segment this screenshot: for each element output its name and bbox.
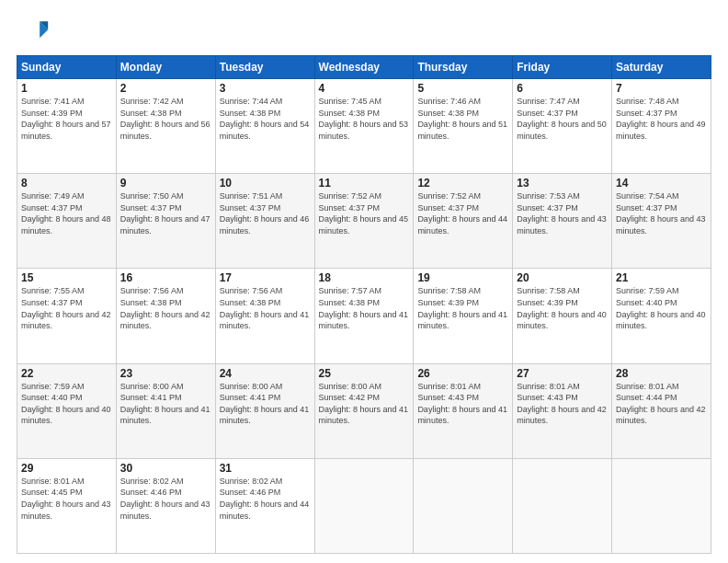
calendar-day-header: Thursday	[414, 56, 513, 79]
day-number: 17	[220, 271, 311, 284]
calendar-cell: 28 Sunrise: 8:01 AMSunset: 4:44 PMDaylig…	[612, 363, 711, 458]
page: SundayMondayTuesdayWednesdayThursdayFrid…	[0, 0, 728, 563]
day-number: 11	[319, 177, 410, 190]
day-info: Sunrise: 8:00 AMSunset: 4:42 PMDaylight:…	[319, 382, 409, 426]
day-number: 9	[120, 177, 211, 190]
day-number: 21	[616, 271, 707, 284]
day-info: Sunrise: 7:44 AMSunset: 4:38 PMDaylight:…	[220, 97, 310, 141]
day-info: Sunrise: 7:52 AMSunset: 4:37 PMDaylight:…	[417, 191, 507, 236]
calendar-cell: 4 Sunrise: 7:45 AMSunset: 4:38 PMDayligh…	[314, 79, 414, 174]
calendar-header-row: SundayMondayTuesdayWednesdayThursdayFrid…	[17, 56, 711, 79]
day-info: Sunrise: 7:58 AMSunset: 4:39 PMDaylight:…	[517, 286, 607, 330]
day-info: Sunrise: 7:55 AMSunset: 4:37 PMDaylight:…	[21, 286, 111, 330]
calendar-cell: 2 Sunrise: 7:42 AMSunset: 4:38 PMDayligh…	[116, 79, 215, 174]
day-info: Sunrise: 7:47 AMSunset: 4:37 PMDaylight:…	[517, 97, 607, 141]
calendar-cell: 13 Sunrise: 7:53 AMSunset: 4:37 PMDaylig…	[513, 174, 612, 269]
calendar-cell: 23 Sunrise: 8:00 AMSunset: 4:41 PMDaylig…	[116, 363, 215, 458]
day-info: Sunrise: 7:42 AMSunset: 4:38 PMDaylight:…	[120, 97, 210, 141]
day-info: Sunrise: 7:41 AMSunset: 4:39 PMDaylight:…	[21, 97, 111, 141]
calendar-cell: 9 Sunrise: 7:50 AMSunset: 4:37 PMDayligh…	[116, 174, 215, 269]
day-number: 27	[517, 367, 608, 380]
day-number: 28	[616, 367, 707, 380]
calendar-cell: 17 Sunrise: 7:56 AMSunset: 4:38 PMDaylig…	[215, 269, 314, 363]
logo-icon	[17, 15, 50, 48]
day-info: Sunrise: 8:01 AMSunset: 4:44 PMDaylight:…	[616, 382, 706, 426]
calendar-cell	[414, 458, 513, 553]
day-info: Sunrise: 7:56 AMSunset: 4:38 PMDaylight:…	[220, 286, 310, 330]
day-info: Sunrise: 7:56 AMSunset: 4:38 PMDaylight:…	[120, 286, 210, 330]
calendar-day-header: Friday	[513, 56, 612, 79]
day-number: 30	[120, 462, 211, 475]
day-info: Sunrise: 7:51 AMSunset: 4:37 PMDaylight:…	[220, 191, 310, 236]
calendar-cell: 14 Sunrise: 7:54 AMSunset: 4:37 PMDaylig…	[612, 174, 711, 269]
calendar-cell: 19 Sunrise: 7:58 AMSunset: 4:39 PMDaylig…	[414, 269, 513, 363]
calendar-week-row: 8 Sunrise: 7:49 AMSunset: 4:37 PMDayligh…	[17, 174, 711, 269]
day-number: 7	[616, 82, 707, 95]
day-info: Sunrise: 7:52 AMSunset: 4:37 PMDaylight:…	[319, 191, 409, 236]
calendar-cell: 22 Sunrise: 7:59 AMSunset: 4:40 PMDaylig…	[17, 363, 117, 458]
day-info: Sunrise: 8:00 AMSunset: 4:41 PMDaylight:…	[120, 382, 210, 426]
calendar-week-row: 15 Sunrise: 7:55 AMSunset: 4:37 PMDaylig…	[17, 269, 711, 363]
calendar-week-row: 1 Sunrise: 7:41 AMSunset: 4:39 PMDayligh…	[17, 79, 711, 174]
calendar-cell: 21 Sunrise: 7:59 AMSunset: 4:40 PMDaylig…	[612, 269, 711, 363]
day-number: 2	[120, 82, 211, 95]
calendar-cell: 12 Sunrise: 7:52 AMSunset: 4:37 PMDaylig…	[414, 174, 513, 269]
calendar-cell: 20 Sunrise: 7:58 AMSunset: 4:39 PMDaylig…	[513, 269, 612, 363]
calendar-cell: 29 Sunrise: 8:01 AMSunset: 4:45 PMDaylig…	[17, 458, 117, 553]
day-number: 6	[517, 82, 608, 95]
day-number: 3	[220, 82, 311, 95]
calendar-day-header: Monday	[116, 56, 215, 79]
day-info: Sunrise: 7:58 AMSunset: 4:39 PMDaylight:…	[417, 286, 507, 330]
calendar-cell: 6 Sunrise: 7:47 AMSunset: 4:37 PMDayligh…	[513, 79, 612, 174]
day-number: 10	[220, 177, 311, 190]
calendar-cell: 25 Sunrise: 8:00 AMSunset: 4:42 PMDaylig…	[314, 363, 414, 458]
calendar-day-header: Sunday	[17, 56, 117, 79]
day-number: 25	[319, 367, 410, 380]
day-number: 29	[21, 462, 112, 475]
calendar-cell: 5 Sunrise: 7:46 AMSunset: 4:38 PMDayligh…	[414, 79, 513, 174]
calendar-cell: 10 Sunrise: 7:51 AMSunset: 4:37 PMDaylig…	[215, 174, 314, 269]
day-number: 8	[21, 177, 112, 190]
day-info: Sunrise: 7:57 AMSunset: 4:38 PMDaylight:…	[319, 286, 409, 330]
day-number: 14	[616, 177, 707, 190]
day-number: 19	[417, 271, 508, 284]
day-info: Sunrise: 7:54 AMSunset: 4:37 PMDaylight:…	[616, 191, 706, 236]
calendar-week-row: 22 Sunrise: 7:59 AMSunset: 4:40 PMDaylig…	[17, 363, 711, 458]
calendar-day-header: Saturday	[612, 56, 711, 79]
calendar-cell: 16 Sunrise: 7:56 AMSunset: 4:38 PMDaylig…	[116, 269, 215, 363]
day-info: Sunrise: 7:50 AMSunset: 4:37 PMDaylight:…	[120, 191, 210, 236]
calendar-cell: 7 Sunrise: 7:48 AMSunset: 4:37 PMDayligh…	[612, 79, 711, 174]
calendar-cell: 31 Sunrise: 8:02 AMSunset: 4:46 PMDaylig…	[215, 458, 314, 553]
day-info: Sunrise: 8:01 AMSunset: 4:43 PMDaylight:…	[517, 382, 607, 426]
day-number: 4	[319, 82, 410, 95]
calendar-cell: 18 Sunrise: 7:57 AMSunset: 4:38 PMDaylig…	[314, 269, 414, 363]
calendar-table: SundayMondayTuesdayWednesdayThursdayFrid…	[17, 55, 711, 554]
logo	[17, 15, 53, 48]
day-info: Sunrise: 8:00 AMSunset: 4:41 PMDaylight:…	[220, 382, 310, 426]
day-info: Sunrise: 7:59 AMSunset: 4:40 PMDaylight:…	[616, 286, 706, 330]
calendar-cell: 26 Sunrise: 8:01 AMSunset: 4:43 PMDaylig…	[414, 363, 513, 458]
day-info: Sunrise: 7:48 AMSunset: 4:37 PMDaylight:…	[616, 97, 706, 141]
day-info: Sunrise: 7:59 AMSunset: 4:40 PMDaylight:…	[21, 382, 111, 426]
day-info: Sunrise: 8:02 AMSunset: 4:46 PMDaylight:…	[120, 477, 210, 521]
day-info: Sunrise: 8:01 AMSunset: 4:45 PMDaylight:…	[21, 477, 111, 521]
header	[17, 15, 711, 48]
day-info: Sunrise: 7:53 AMSunset: 4:37 PMDaylight:…	[517, 191, 607, 236]
day-number: 15	[21, 271, 112, 284]
day-info: Sunrise: 7:45 AMSunset: 4:38 PMDaylight:…	[319, 97, 409, 141]
day-number: 1	[21, 82, 112, 95]
calendar-body: 1 Sunrise: 7:41 AMSunset: 4:39 PMDayligh…	[17, 79, 711, 554]
day-info: Sunrise: 8:02 AMSunset: 4:46 PMDaylight:…	[220, 477, 310, 521]
day-info: Sunrise: 7:49 AMSunset: 4:37 PMDaylight:…	[21, 191, 111, 236]
calendar-cell: 15 Sunrise: 7:55 AMSunset: 4:37 PMDaylig…	[17, 269, 117, 363]
day-info: Sunrise: 7:46 AMSunset: 4:38 PMDaylight:…	[417, 97, 507, 141]
day-number: 31	[220, 462, 311, 475]
calendar-day-header: Tuesday	[215, 56, 314, 79]
calendar-cell	[314, 458, 414, 553]
calendar-cell: 8 Sunrise: 7:49 AMSunset: 4:37 PMDayligh…	[17, 174, 117, 269]
day-number: 13	[517, 177, 608, 190]
calendar-cell: 3 Sunrise: 7:44 AMSunset: 4:38 PMDayligh…	[215, 79, 314, 174]
day-number: 12	[417, 177, 508, 190]
day-info: Sunrise: 8:01 AMSunset: 4:43 PMDaylight:…	[417, 382, 507, 426]
day-number: 5	[417, 82, 508, 95]
